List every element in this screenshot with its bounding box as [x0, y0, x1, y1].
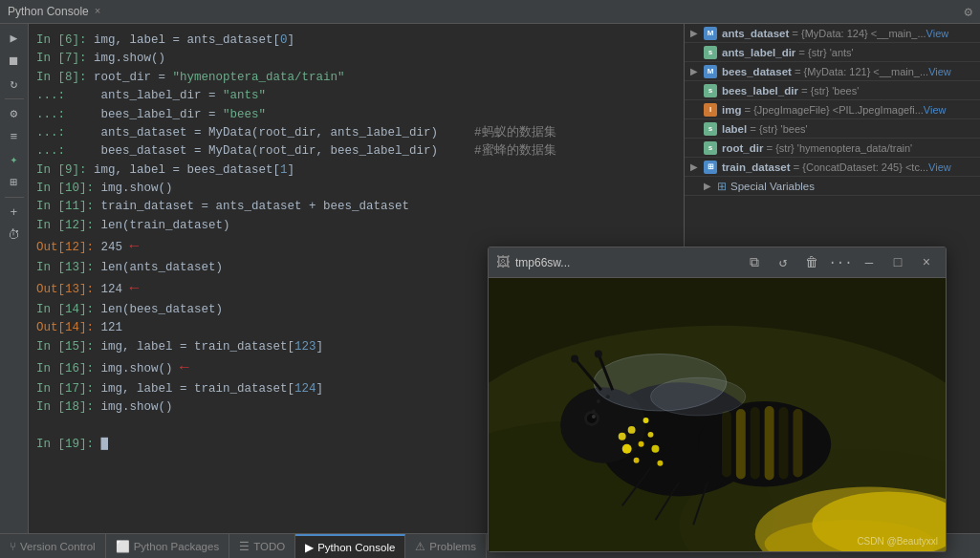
var-item-ants-dataset[interactable]: ▶ M ants_dataset = {MyData: 124} <__main… — [685, 24, 980, 43]
close-button[interactable]: × — [915, 251, 938, 274]
python-console-icon: ▶ — [305, 541, 314, 554]
scroll-icon: ⊞ — [4, 172, 25, 193]
mydata-icon: M — [704, 65, 717, 78]
console-line: In [7]: img.show() — [36, 50, 672, 68]
var-item-bees-dataset[interactable]: ▶ M bees_dataset = {MyData: 121} <__main… — [685, 62, 980, 81]
toolbar-separator — [5, 98, 24, 99]
svg-point-33 — [657, 461, 663, 466]
popup-titlebar: 🖼 tmp66sw... ⧉ ↺ 🗑 ··· — □ × — [489, 247, 946, 278]
str-icon: s — [704, 46, 717, 59]
image-icon: 🖼 — [496, 255, 510, 270]
tab-label-python-console: Python Console — [317, 542, 395, 553]
bee-image: CSDN @Beautyxxl — [489, 278, 946, 551]
tab-version-control[interactable]: ⑂ Version Control — [0, 534, 106, 558]
var-item-img[interactable]: I img = {JpegImageFile} <PIL.JpegImagefi… — [685, 100, 980, 119]
console-line: In [11]: train_dataset = ants_dataset + … — [36, 198, 672, 216]
copy-button[interactable]: ⧉ — [743, 251, 766, 274]
console-line: ...: bees_label_dir = "bees" — [36, 106, 672, 124]
rerun-button[interactable]: ↻ — [4, 74, 25, 95]
img-icon: I — [704, 103, 717, 117]
more-button[interactable]: ··· — [829, 251, 852, 274]
timer-button[interactable]: ⏱ — [4, 225, 25, 246]
version-control-icon: ⑂ — [10, 540, 16, 553]
str-icon: s — [704, 141, 717, 155]
var-item-label[interactable]: s label = {str} 'bees' — [685, 119, 980, 139]
svg-point-20 — [592, 415, 596, 418]
svg-rect-10 — [722, 411, 731, 478]
svg-point-26 — [639, 441, 644, 447]
special-icon: ⊞ — [717, 180, 727, 193]
special-variables[interactable]: ▶ ⊞ Special Variables — [685, 177, 980, 196]
problems-icon: ⚠ — [415, 540, 425, 553]
svg-rect-15 — [793, 409, 802, 478]
python-packages-icon: ⬜ — [116, 540, 130, 553]
expand-arrow[interactable]: ▶ — [704, 181, 713, 191]
svg-rect-14 — [779, 407, 789, 479]
console-line: ...: ants_label_dir = "ants" — [36, 87, 672, 105]
close-icon[interactable]: × — [95, 6, 101, 17]
tab-label-python-packages: Python Packages — [134, 541, 220, 552]
variable-button[interactable]: ✦ — [4, 149, 25, 170]
expand-arrow[interactable]: ▶ — [690, 66, 700, 76]
menu-button[interactable]: ≡ — [4, 126, 25, 147]
app-title: Python Console — [8, 5, 89, 18]
svg-point-37 — [597, 399, 600, 403]
svg-rect-11 — [736, 409, 746, 479]
svg-point-19 — [587, 414, 597, 423]
svg-point-30 — [634, 458, 640, 463]
str-icon: s — [704, 122, 717, 136]
tab-problems[interactable]: ⚠ Problems — [405, 534, 487, 558]
mydata-icon: M — [704, 27, 717, 40]
svg-point-24 — [595, 350, 602, 357]
popup-content: CSDN @Beautyxxl — [489, 278, 946, 551]
svg-rect-12 — [751, 407, 760, 479]
tab-label-problems: Problems — [429, 541, 476, 552]
tab-label-todo: TODO — [253, 541, 285, 552]
stop-button[interactable]: ⏹ — [4, 51, 25, 72]
var-item-bees-label[interactable]: s bees_label_dir = {str} 'bees' — [685, 81, 980, 100]
console-line: In [12]: len(train_dataset) — [36, 217, 672, 235]
svg-point-29 — [651, 445, 659, 453]
run-button[interactable]: ▶ — [4, 28, 25, 49]
special-variables-label: Special Variables — [730, 181, 815, 192]
toolbar-separator2 — [5, 197, 24, 198]
svg-point-28 — [648, 432, 654, 438]
console-line: In [6]: img, label = ants_dataset[0] — [36, 32, 672, 50]
console-line: In [10]: img.show() — [36, 180, 672, 198]
console-line: ...: bees_dataset = MyData(root_dir, bee… — [36, 142, 672, 161]
svg-point-31 — [643, 418, 649, 423]
svg-point-27 — [622, 444, 632, 454]
tab-python-packages[interactable]: ⬜ Python Packages — [106, 534, 230, 558]
refresh-button[interactable]: ↺ — [772, 251, 795, 274]
var-item-ants-label[interactable]: s ants_label_dir = {str} 'ants' — [685, 43, 980, 62]
svg-point-32 — [619, 433, 626, 440]
tab-python-console[interactable]: ▶ Python Console — [295, 534, 405, 558]
delete-button[interactable]: 🗑 — [800, 251, 823, 274]
console-line: In [9]: img, label = bees_dataset[1] — [36, 161, 672, 180]
var-item-root-dir[interactable]: s root_dir = {str} 'hymenoptera_data/tra… — [685, 139, 980, 158]
svg-point-23 — [571, 354, 578, 362]
watermark: CSDN @Beautyxxl — [857, 536, 938, 547]
expand-arrow[interactable]: ▶ — [690, 28, 700, 38]
popup-title: tmp66sw... — [515, 256, 737, 269]
str-icon: s — [704, 84, 717, 97]
console-line: In [8]: root_dir = "hymenoptera_data/tra… — [36, 69, 672, 87]
svg-rect-13 — [765, 406, 774, 480]
tab-label-version-control: Version Control — [20, 541, 96, 552]
add-button[interactable]: + — [4, 202, 25, 223]
concat-icon: ⊞ — [704, 161, 717, 174]
maximize-button[interactable]: □ — [886, 251, 909, 274]
minimize-button[interactable]: — — [858, 251, 881, 274]
svg-point-25 — [628, 426, 636, 434]
title-bar: Python Console × ⚙ — [0, 0, 980, 24]
settings-button[interactable]: ⚙ — [4, 103, 25, 124]
image-popup: 🖼 tmp66sw... ⧉ ↺ 🗑 ··· — □ × — [488, 247, 947, 552]
left-toolbar: ▶ ⏹ ↻ ⚙ ≡ ✦ ⊞ + ⏱ — [0, 24, 29, 533]
console-line: ...: ants_dataset = MyData(root_dir, ant… — [36, 124, 672, 142]
gear-icon[interactable]: ⚙ — [965, 4, 972, 20]
var-item-train-dataset[interactable]: ▶ ⊞ train_dataset = {ConcatDataset: 245}… — [685, 158, 980, 177]
svg-point-38 — [606, 395, 610, 398]
todo-icon: ☰ — [239, 540, 250, 553]
expand-arrow[interactable]: ▶ — [690, 161, 700, 172]
tab-todo[interactable]: ☰ TODO — [229, 534, 295, 558]
